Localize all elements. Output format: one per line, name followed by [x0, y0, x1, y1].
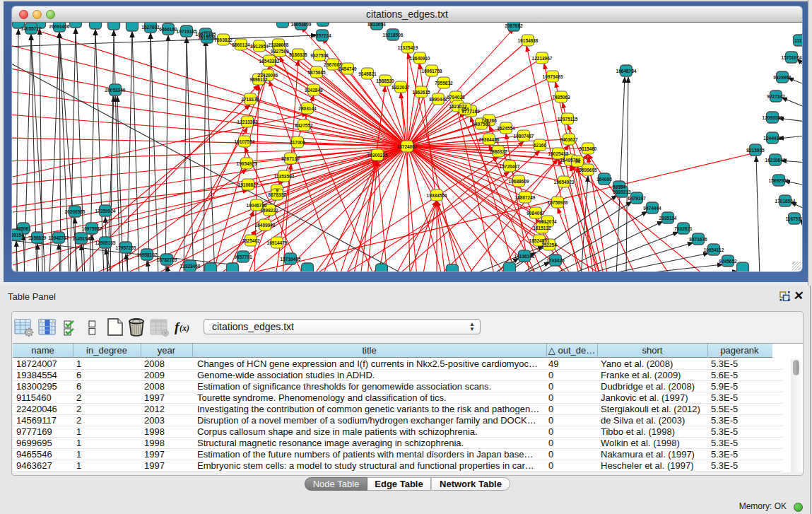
- svg-text:9242848: 9242848: [305, 88, 323, 93]
- svg-text:1156829: 1156829: [29, 235, 47, 240]
- svg-text:3498222: 3498222: [260, 208, 278, 213]
- svg-text:18807249: 18807249: [515, 195, 536, 200]
- svg-text:10025433: 10025433: [548, 151, 569, 156]
- svg-text:12093382: 12093382: [763, 115, 783, 120]
- svg-text:9115460: 9115460: [579, 146, 597, 151]
- svg-text:7485063: 7485063: [552, 95, 570, 100]
- svg-text:14055712: 14055712: [21, 26, 42, 31]
- svg-text:9389213: 9389213: [613, 189, 631, 194]
- svg-text:(x): (x): [180, 323, 189, 333]
- svg-text:16053809: 16053809: [291, 23, 312, 27]
- svg-text:10107554: 10107554: [235, 139, 255, 144]
- svg-text:20691406: 20691406: [49, 24, 70, 29]
- svg-text:9227342: 9227342: [767, 94, 785, 99]
- svg-text:11325419: 11325419: [398, 45, 418, 50]
- svg-text:9474444: 9474444: [643, 206, 661, 211]
- svg-text:19218506: 19218506: [383, 33, 404, 37]
- svg-text:19654925: 19654925: [237, 161, 257, 166]
- svg-text:435061: 435061: [16, 226, 31, 231]
- svg-text:6794028: 6794028: [447, 95, 465, 100]
- svg-text:1244415: 1244415: [763, 136, 782, 141]
- svg-text:9084067: 9084067: [526, 211, 545, 216]
- svg-text:25300215: 25300215: [367, 153, 388, 158]
- svg-text:10046736: 10046736: [247, 203, 267, 208]
- svg-text:9245652: 9245652: [719, 259, 737, 264]
- svg-text:12213383: 12213383: [237, 119, 258, 124]
- svg-text:10975887: 10975887: [82, 226, 102, 231]
- svg-text:17957255: 17957255: [116, 245, 136, 250]
- svg-text:20206565: 20206565: [65, 209, 86, 214]
- svg-text:8215955: 8215955: [746, 148, 765, 153]
- svg-text:9329966: 9329966: [773, 75, 792, 80]
- svg-text:9463627: 9463627: [560, 137, 578, 142]
- svg-text:7515526: 7515526: [198, 35, 216, 40]
- svg-text:5875685: 5875685: [307, 70, 326, 75]
- svg-text:1588520: 1588520: [376, 78, 394, 83]
- svg-text:8660124: 8660124: [232, 42, 250, 47]
- svg-text:19756928: 19756928: [548, 200, 568, 205]
- svg-text:1145194: 1145194: [73, 236, 90, 241]
- svg-text:10807487: 10807487: [514, 134, 534, 139]
- svg-text:8678332: 8678332: [268, 192, 286, 197]
- svg-text:9699695: 9699695: [579, 168, 597, 173]
- svg-text:16409948: 16409948: [255, 223, 276, 228]
- svg-text:12213967: 12213967: [532, 56, 553, 61]
- svg-text:59384: 59384: [613, 185, 625, 189]
- svg-text:9657791: 9657791: [234, 255, 252, 259]
- svg-text:1112: 1112: [794, 38, 802, 43]
- svg-text:15716485: 15716485: [281, 257, 301, 262]
- svg-text:7663822: 7663822: [214, 37, 233, 42]
- svg-text:12505135: 12505135: [95, 240, 116, 245]
- svg-text:9896112: 9896112: [250, 77, 268, 82]
- svg-text:16914479: 16914479: [267, 240, 288, 245]
- svg-text:8427552: 8427552: [295, 123, 313, 128]
- svg-text:8267130: 8267130: [281, 156, 300, 161]
- svg-text:15692971: 15692971: [769, 178, 789, 183]
- svg-text:16154838: 16154838: [518, 38, 539, 43]
- svg-text:1167533: 1167533: [786, 216, 802, 221]
- svg-text:10973493: 10973493: [543, 74, 563, 79]
- svg-text:12923468: 12923468: [180, 264, 201, 269]
- svg-text:1615132: 1615132: [533, 226, 551, 230]
- svg-text:6466160: 6466160: [159, 27, 177, 32]
- svg-text:9327509: 9327509: [271, 49, 289, 54]
- svg-text:454: 454: [461, 107, 469, 112]
- svg-text:7357224: 7357224: [313, 33, 331, 38]
- svg-text:12975115: 12975115: [558, 117, 578, 122]
- svg-text:252254: 252254: [541, 243, 557, 247]
- svg-text:13640910: 13640910: [410, 56, 430, 61]
- svg-text:9146821: 9146821: [358, 71, 377, 76]
- svg-text:15720407: 15720407: [500, 164, 520, 169]
- svg-text:20364436: 20364436: [479, 137, 500, 142]
- svg-text:7625402: 7625402: [242, 238, 260, 243]
- svg-text:1527602: 1527602: [141, 25, 160, 30]
- svg-text:8322037: 8322037: [392, 85, 410, 90]
- svg-text:939154: 939154: [12, 233, 24, 238]
- svg-text:2087682: 2087682: [505, 23, 523, 28]
- svg-text:8454749: 8454749: [339, 66, 357, 71]
- svg-text:10719185: 10719185: [177, 29, 197, 34]
- svg-text:17016504: 17016504: [775, 199, 796, 204]
- svg-text:417006: 417006: [290, 140, 305, 145]
- svg-text:2718176: 2718176: [241, 97, 259, 102]
- svg-text:10958107: 10958107: [137, 252, 158, 257]
- svg-text:9327508: 9327508: [310, 53, 329, 58]
- svg-text:20053346: 20053346: [105, 88, 126, 93]
- svg-text:19384554: 19384554: [427, 193, 447, 198]
- svg-text:164095: 164095: [596, 177, 612, 182]
- svg-text:16210643: 16210643: [765, 158, 786, 163]
- svg-text:19654923: 19654923: [554, 180, 575, 185]
- svg-text:15751074: 15751074: [782, 55, 802, 60]
- svg-text:7986322: 7986322: [489, 149, 507, 154]
- svg-text:6497568: 6497568: [472, 122, 490, 127]
- svg-text:7955812: 7955812: [435, 81, 453, 86]
- svg-text:16543382: 16543382: [259, 59, 280, 64]
- svg-text:6479197: 6479197: [628, 196, 646, 201]
- svg-text:8186328: 8186328: [289, 52, 307, 57]
- svg-text:7632621: 7632621: [674, 226, 693, 231]
- svg-text:16961758: 16961758: [422, 69, 442, 74]
- svg-text:23226058: 23226058: [269, 42, 289, 47]
- svg-text:1612074: 1612074: [539, 219, 557, 224]
- svg-text:8813054: 8813054: [367, 23, 386, 27]
- svg-text:14136141: 14136141: [514, 254, 535, 259]
